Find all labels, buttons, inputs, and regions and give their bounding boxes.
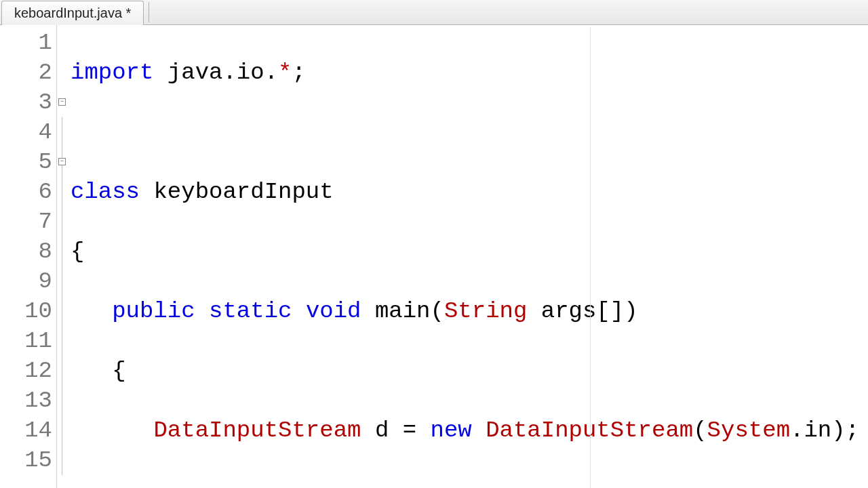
line-number: 8 <box>0 237 52 266</box>
editor-window: keboardInput.java * 1 2 3 4 5 6 7 8 9 10… <box>0 0 868 488</box>
line-number: 12 <box>0 356 52 386</box>
line-number-gutter: 1 2 3 4 5 6 7 8 9 10 11 12 13 14 15 <box>0 25 57 488</box>
code-line[interactable]: import java.io.*; <box>71 58 868 87</box>
tab-divider <box>145 2 149 22</box>
code-line[interactable]: public static void main(String args[]) <box>71 296 868 326</box>
tab-bar: keboardInput.java * <box>0 0 868 25</box>
line-number: 4 <box>0 117 52 147</box>
line-number: 15 <box>0 445 52 475</box>
line-number: 10 <box>0 296 52 326</box>
code-line[interactable] <box>71 117 868 147</box>
code-line[interactable]: DataInputStream d = new DataInputStream(… <box>71 415 868 445</box>
fold-toggle-icon[interactable]: − <box>58 98 66 106</box>
fold-toggle-icon[interactable]: − <box>58 158 66 165</box>
line-number: 14 <box>0 415 52 445</box>
code-line[interactable]: { <box>71 237 868 266</box>
line-number: 3 <box>0 87 52 117</box>
line-number: 9 <box>0 266 52 296</box>
line-number: 1 <box>0 28 52 58</box>
line-number: 11 <box>0 326 52 356</box>
file-tab[interactable]: keboardInput.java * <box>1 1 144 25</box>
line-number: 2 <box>0 58 52 87</box>
fold-column: − − <box>57 25 69 488</box>
line-number: 6 <box>0 177 52 207</box>
line-number: 7 <box>0 207 52 237</box>
line-number: 5 <box>0 147 52 177</box>
editor-area[interactable]: 1 2 3 4 5 6 7 8 9 10 11 12 13 14 15 − − <box>0 25 868 488</box>
code-line[interactable]: class keyboardInput <box>71 177 868 207</box>
line-number: 13 <box>0 386 52 415</box>
code-line[interactable]: { <box>71 356 868 386</box>
code-content[interactable]: import java.io.*; class keyboardInput { … <box>69 25 868 488</box>
code-line[interactable] <box>71 475 868 488</box>
